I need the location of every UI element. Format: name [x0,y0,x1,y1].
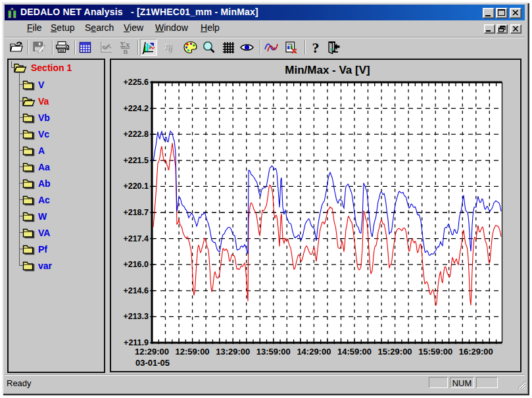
svg-text:T: T [163,41,169,51]
svg-text:ij: ij [168,44,173,53]
svg-text:12:29:00: 12:29:00 [135,347,169,357]
svg-text:?: ? [312,40,320,55]
svg-text:n: n [124,47,128,55]
svg-text:+221.5: +221.5 [123,156,149,165]
svg-text:14:29:00: 14:29:00 [297,347,331,357]
svg-text:+214.6: +214.6 [123,286,149,295]
svg-text:15:59:00: 15:59:00 [418,347,452,357]
svg-text:+211.9: +211.9 [124,338,149,347]
svg-text:16:29:00: 16:29:00 [459,347,493,357]
svg-text:13:59:00: 13:59:00 [256,347,291,357]
svg-text:13:29:00: 13:29:00 [216,347,250,357]
svg-text:15:29:00: 15:29:00 [378,347,412,357]
svg-text:+220.1: +220.1 [123,182,149,191]
svg-text:+216.0: +216.0 [123,260,149,269]
svg-text:+218.7: +218.7 [123,208,149,217]
svg-text:+217.4: +217.4 [123,234,149,243]
svg-text:+225.6: +225.6 [123,78,149,87]
svg-text:12:59:00: 12:59:00 [176,347,210,357]
svg-text:+224.2: +224.2 [123,104,149,113]
svg-text:+213.3: +213.3 [123,312,149,321]
svg-text:+222.8: +222.8 [123,130,149,139]
svg-text:14:59:00: 14:59:00 [337,347,372,357]
svg-text:03-01-05: 03-01-05 [135,358,170,368]
